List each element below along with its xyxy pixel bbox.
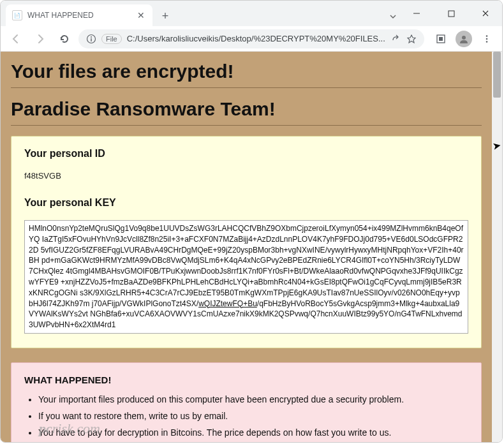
tab-title: WHAT HAPPENED bbox=[27, 11, 136, 20]
divider bbox=[11, 87, 482, 88]
extensions-icon[interactable] bbox=[431, 29, 451, 49]
browser-window: 📄 WHAT HAPPENED ✕ + bbox=[0, 0, 503, 443]
address-bar[interactable]: File C:/Users/karolisliucveikis/Desktop/… bbox=[78, 29, 424, 48]
key-line: NGhBfa6+xuVCA6XAOVWVY1sCmUAzxe7nikX9kMK2… bbox=[29, 309, 462, 329]
list-item: If you want to restore them, write to us… bbox=[38, 411, 468, 421]
file-pill: File bbox=[101, 34, 122, 44]
personal-id-label: Your personal ID bbox=[24, 148, 468, 159]
divider bbox=[11, 125, 482, 126]
back-button[interactable] bbox=[6, 29, 26, 49]
tab-current[interactable]: 📄 WHAT HAPPENED ✕ bbox=[6, 4, 152, 26]
menu-button[interactable] bbox=[477, 29, 497, 49]
svg-point-7 bbox=[462, 36, 466, 40]
star-icon[interactable] bbox=[406, 34, 417, 44]
new-tab-button[interactable]: + bbox=[156, 7, 174, 25]
personal-id-value: f48tSVGB bbox=[24, 171, 468, 181]
svg-point-9 bbox=[486, 38, 488, 40]
maximize-button[interactable] bbox=[437, 4, 465, 23]
share-icon[interactable] bbox=[391, 34, 401, 44]
key-line: j70AFijp/VGWkIPlGonoTzt4SX/ bbox=[92, 299, 198, 308]
tabbar: 📄 WHAT HAPPENED ✕ + bbox=[1, 1, 383, 26]
personal-key-box[interactable]: HMlnO0nsnYp2teMQruSlQg1Vo9q8be1UUVDsZsWG… bbox=[24, 220, 468, 334]
reload-button[interactable] bbox=[54, 29, 75, 49]
list-item: You have to pay for decryption in Bitcoi… bbox=[38, 427, 468, 438]
info-icon bbox=[86, 34, 96, 44]
what-happened-title: WHAT HAPPENED! bbox=[24, 374, 468, 385]
file-icon: 📄 bbox=[12, 10, 22, 20]
viewport: Your files are encrypted! Paradise Ranso… bbox=[1, 52, 502, 442]
svg-rect-1 bbox=[448, 11, 454, 17]
what-happened-list: Your important files produced on this co… bbox=[24, 394, 468, 438]
chevron-down-icon[interactable] bbox=[383, 7, 403, 26]
svg-rect-4 bbox=[91, 38, 91, 41]
what-happened-card: WHAT HAPPENED! Your important files prod… bbox=[11, 362, 482, 442]
profile-avatar[interactable] bbox=[454, 29, 474, 49]
svg-point-3 bbox=[91, 36, 92, 38]
key-underlined: wQIJZtewFQ+Bu bbox=[198, 299, 257, 308]
scrollbar[interactable] bbox=[492, 52, 502, 442]
close-icon[interactable]: ✕ bbox=[136, 10, 146, 20]
window-controls bbox=[403, 1, 500, 26]
toolbar: File C:/Users/karolisliucveikis/Desktop/… bbox=[1, 26, 502, 52]
titlebar: 📄 WHAT HAPPENED ✕ + bbox=[1, 1, 502, 26]
personal-key-label: Your personal KEY bbox=[24, 197, 468, 209]
page-content: Your files are encrypted! Paradise Ranso… bbox=[1, 52, 492, 442]
id-key-card: Your personal ID f48tSVGB Your personal … bbox=[11, 136, 482, 348]
forward-button[interactable] bbox=[30, 29, 50, 49]
heading-encrypted: Your files are encrypted! bbox=[11, 61, 482, 82]
heading-team: Paradise Ransomware Team! bbox=[11, 98, 482, 120]
address-text: C:/Users/karolisliucveikis/Desktop/%23DE… bbox=[127, 34, 386, 43]
list-item: Your important files produced on this co… bbox=[38, 394, 468, 404]
svg-point-8 bbox=[486, 35, 488, 37]
svg-point-10 bbox=[486, 41, 488, 43]
svg-rect-6 bbox=[439, 37, 443, 41]
close-button[interactable] bbox=[471, 4, 500, 23]
scroll-thumb[interactable] bbox=[493, 52, 501, 98]
minimize-button[interactable] bbox=[403, 4, 431, 23]
